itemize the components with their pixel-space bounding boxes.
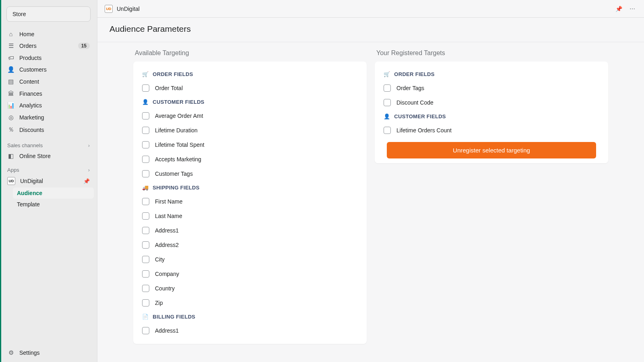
checkbox[interactable] xyxy=(142,285,149,292)
sidebar-item-label: Online Store xyxy=(19,153,90,159)
sidebar-item-analytics[interactable]: 📊Analytics xyxy=(3,99,94,111)
field-group-header: 🚚SHIPPING FIELDS xyxy=(142,185,358,191)
target-option[interactable]: City xyxy=(142,253,358,268)
sidebar-item-label: Customers xyxy=(19,66,90,73)
target-option[interactable]: Address1 xyxy=(142,224,358,239)
checkbox[interactable] xyxy=(142,127,149,134)
checkbox[interactable] xyxy=(384,127,391,134)
target-option[interactable]: Company xyxy=(142,268,358,282)
sidebar-item-label: Analytics xyxy=(19,102,90,109)
sidebar-item-home[interactable]: ⌂Home xyxy=(3,28,94,40)
sidebar-item-label: Discounts xyxy=(19,127,90,133)
group-icon: 🛒 xyxy=(142,71,149,77)
checkbox[interactable] xyxy=(142,227,149,234)
target-option[interactable]: Lifetime Total Spent xyxy=(142,139,358,153)
sidebar-item-discounts[interactable]: ％Discounts xyxy=(3,123,94,136)
field-group-header: 🛒ORDER FIELDS xyxy=(384,71,599,77)
target-option-label: Country xyxy=(155,285,175,292)
nav-icon: 🏷 xyxy=(7,54,14,61)
sidebar-item-label: Settings xyxy=(19,350,40,356)
checkbox[interactable] xyxy=(384,99,391,106)
checkbox[interactable] xyxy=(142,256,149,263)
target-option[interactable]: Country xyxy=(142,282,358,297)
target-option-label: Lifetime Total Spent xyxy=(155,142,204,148)
target-option[interactable]: Address2 xyxy=(142,239,358,253)
chevron-right-icon[interactable]: › xyxy=(88,142,90,148)
target-option[interactable]: Zip xyxy=(142,297,358,311)
group-label-text: BILLING FIELDS xyxy=(153,314,195,320)
target-option-label: Discount Code xyxy=(396,99,433,106)
available-targeting-title: Available Targeting xyxy=(133,49,367,57)
registered-targets-card: 🛒ORDER FIELDSOrder TagsDiscount Code👤CUS… xyxy=(375,62,608,163)
checkbox[interactable] xyxy=(142,170,149,177)
target-option-label: Address2 xyxy=(155,242,179,248)
page-header: Audience Parameters xyxy=(97,18,644,42)
subnav-item-audience[interactable]: Audience xyxy=(13,187,94,199)
sidebar-item-orders[interactable]: ☰Orders15 xyxy=(3,40,94,52)
target-option[interactable]: Lifetime Duration xyxy=(142,124,358,139)
sidebar-item-label: Orders xyxy=(19,43,73,49)
group-icon: 🚚 xyxy=(142,185,149,191)
apps-header: Apps xyxy=(7,167,19,173)
target-option-label: Lifetime Orders Count xyxy=(396,127,452,134)
sidebar-item-settings[interactable]: ⚙ Settings xyxy=(0,343,97,362)
checkbox[interactable] xyxy=(142,212,149,220)
group-label-text: CUSTOMER FIELDS xyxy=(394,113,446,119)
store-selector[interactable]: Store xyxy=(6,6,91,22)
checkbox[interactable] xyxy=(142,299,149,306)
target-option[interactable]: Discount Code xyxy=(384,97,599,111)
main-area: UD UnDigital 📌 ⋯ Audience Parameters Ava… xyxy=(97,0,644,362)
group-icon: 🛒 xyxy=(384,71,390,77)
sidebar-item-products[interactable]: 🏷Products xyxy=(3,52,94,64)
sidebar-item-content[interactable]: ▤Content xyxy=(3,76,94,88)
sidebar-item-finances[interactable]: 🏛Finances xyxy=(3,88,94,99)
checkbox[interactable] xyxy=(142,198,149,205)
group-icon: 👤 xyxy=(384,113,390,119)
checkbox[interactable] xyxy=(142,156,149,163)
checkbox[interactable] xyxy=(384,84,391,92)
page-title: Audience Parameters xyxy=(109,24,632,34)
pin-icon[interactable]: 📌 xyxy=(614,4,624,14)
group-label-text: ORDER FIELDS xyxy=(394,71,434,77)
chevron-right-icon[interactable]: › xyxy=(88,167,90,173)
checkbox[interactable] xyxy=(142,241,149,249)
target-option[interactable]: Address1 xyxy=(142,325,358,339)
nav-icon: ％ xyxy=(7,126,14,134)
nav-icon: ◎ xyxy=(7,114,14,121)
checkbox[interactable] xyxy=(142,327,149,334)
sidebar-item-online-store[interactable]: ◧ Online Store xyxy=(3,150,94,162)
target-option-label: Accepts Marketing xyxy=(155,156,201,162)
checkbox[interactable] xyxy=(142,84,149,92)
target-option-label: Address1 xyxy=(155,227,179,234)
group-label-text: SHIPPING FIELDS xyxy=(153,185,199,191)
sidebar-item-label: Content xyxy=(19,78,90,85)
target-option[interactable]: Order Total xyxy=(142,82,358,97)
sales-channels-header: Sales channels xyxy=(7,142,43,148)
unregister-button[interactable]: Unregister selected targeting xyxy=(387,142,596,158)
undigital-app-icon: UD xyxy=(7,177,15,185)
target-option[interactable]: Average Order Amt xyxy=(142,110,358,124)
nav-icon: ⌂ xyxy=(7,31,14,37)
target-option-label: Last Name xyxy=(155,213,182,219)
checkbox[interactable] xyxy=(142,270,149,278)
subnav-item-template[interactable]: Template xyxy=(13,199,94,210)
nav-icon: ▤ xyxy=(7,78,14,85)
more-icon[interactable]: ⋯ xyxy=(628,4,637,14)
undigital-app-icon: UD xyxy=(105,5,113,13)
target-option[interactable]: Order Tags xyxy=(384,82,599,97)
sidebar-active-indicator xyxy=(0,0,1,362)
target-option[interactable]: Accepts Marketing xyxy=(142,153,358,168)
gear-icon: ⚙ xyxy=(7,349,14,356)
checkbox[interactable] xyxy=(142,141,149,148)
field-group-header: 👤CUSTOMER FIELDS xyxy=(142,99,358,105)
checkbox[interactable] xyxy=(142,112,149,119)
target-option[interactable]: Customer Tags xyxy=(142,168,358,182)
sidebar-item-customers[interactable]: 👤Customers xyxy=(3,64,94,76)
sidebar-item-marketing[interactable]: ◎Marketing xyxy=(3,111,94,123)
pin-icon[interactable]: 📌 xyxy=(83,178,90,184)
sidebar-app-undigital[interactable]: UD UnDigital 📌 xyxy=(3,175,94,187)
target-option[interactable]: First Name xyxy=(142,195,358,210)
target-option[interactable]: Lifetime Orders Count xyxy=(384,124,599,139)
topbar-app-name: UnDigital xyxy=(117,6,140,12)
target-option[interactable]: Last Name xyxy=(142,210,358,224)
